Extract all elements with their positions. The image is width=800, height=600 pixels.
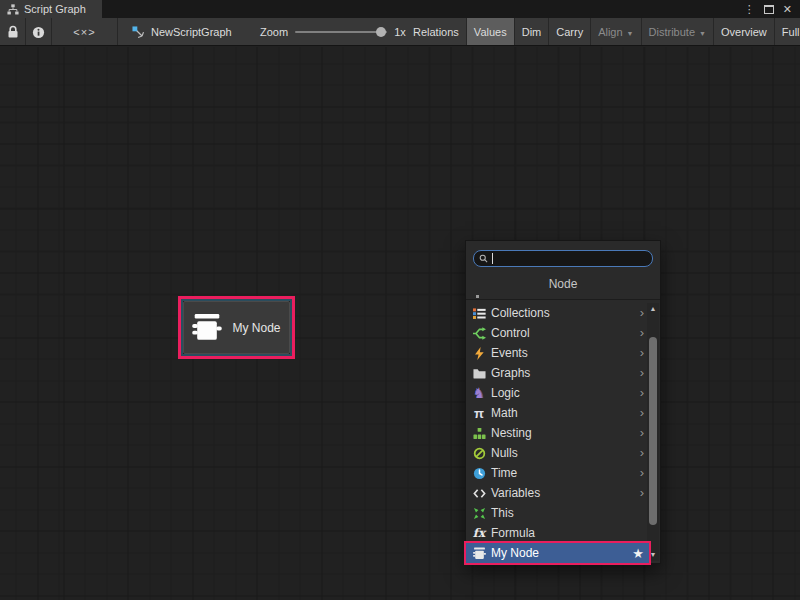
toolbar-button-values[interactable]: Values ▼: [467, 18, 515, 46]
toolbar-button-dim[interactable]: Dim ▼: [515, 18, 550, 46]
toolbar-button-label: Values: [474, 26, 507, 38]
item-icon: [472, 366, 486, 380]
item-label: Nulls: [491, 446, 635, 460]
finder-header: Node: [466, 270, 660, 299]
zoom-control: Zoom 1x: [260, 18, 406, 46]
chevron-right-icon: ›: [640, 486, 644, 501]
toolbar-button-relations[interactable]: Relations ▼: [406, 18, 467, 46]
finder-item-formula[interactable]: fx Formula › ★: [466, 523, 649, 543]
chevron-right-icon: ›: [640, 466, 644, 481]
item-label: Nesting: [491, 426, 635, 440]
toolbar-button-distribute[interactable]: Distribute ▼: [642, 18, 714, 46]
item-icon: fx: [472, 526, 486, 540]
item-icon: [472, 546, 486, 560]
dropdown-arrow-icon: ▼: [699, 28, 706, 37]
text-caret: [492, 253, 493, 264]
finder-item-nesting[interactable]: Nesting › ★: [466, 423, 649, 443]
toolbar-button-label: Carry: [556, 26, 583, 38]
toolbar-button-align[interactable]: Align ▼: [591, 18, 641, 46]
finder-item-math[interactable]: π Math › ★: [466, 403, 649, 423]
item-icon: [472, 346, 486, 360]
finder-separator: [466, 299, 660, 300]
chevron-right-icon: ›: [640, 446, 644, 461]
finder-item-variables[interactable]: Variables › ★: [466, 483, 649, 503]
code-icon: <×>: [73, 26, 95, 38]
finder-item-nulls[interactable]: Nulls › ★: [466, 443, 649, 463]
lock-icon: [7, 25, 19, 39]
toolbar-button-overview[interactable]: Overview ▼: [714, 18, 775, 46]
zoom-slider[interactable]: [295, 31, 387, 33]
chevron-right-icon: ›: [640, 426, 644, 441]
toolbar-button-full-screen[interactable]: Full Screen ▼: [775, 18, 800, 46]
zoom-label: Zoom: [260, 26, 288, 38]
toolbar-left-group: <×>: [0, 18, 118, 46]
window-controls: ⋮ ✕: [744, 0, 800, 18]
finder-item-logic[interactable]: ♞ Logic › ★: [466, 383, 649, 403]
item-icon: [472, 486, 486, 500]
node-title: My Node: [232, 321, 280, 335]
scrollbar-thumb[interactable]: [649, 337, 657, 525]
my-node-unit[interactable]: My Node: [183, 301, 290, 354]
graph-toolbar: <×> NewScriptGraph Zoom 1x Relations ▼ V…: [0, 18, 800, 46]
node-highlight-annotation: My Node: [178, 296, 295, 359]
chevron-right-icon: ›: [640, 406, 644, 421]
finder-item-collections[interactable]: Collections › ★: [466, 303, 649, 323]
scroll-up-icon[interactable]: ▲: [647, 304, 659, 314]
finder-item-my-node[interactable]: My Node › ★: [466, 543, 649, 563]
finder-item-events[interactable]: Events › ★: [466, 343, 649, 363]
item-icon: [472, 446, 486, 460]
chevron-right-icon: ›: [640, 306, 644, 321]
script-graph-asset-icon: [132, 26, 145, 39]
finder-item-control[interactable]: Control › ★: [466, 323, 649, 343]
search-row: [466, 241, 660, 270]
chevron-right-icon: ›: [640, 346, 644, 361]
maximize-icon[interactable]: [764, 5, 774, 14]
node-selection-outline: My Node: [181, 299, 292, 356]
toolbar-buttons: Relations ▼ Values ▼ Dim ▼ Carry ▼ Align…: [406, 18, 800, 46]
lock-button[interactable]: [0, 18, 26, 46]
tab-script-graph[interactable]: Script Graph: [0, 0, 102, 18]
edit-source-button[interactable]: <×>: [52, 18, 118, 46]
star-icon[interactable]: ★: [632, 547, 644, 560]
zoom-slider-handle[interactable]: [376, 27, 386, 37]
item-label: Control: [491, 326, 635, 340]
item-label: Collections: [491, 306, 635, 320]
finder-list: Collections › ★ Control › ★ Events › ★ G…: [466, 303, 649, 561]
item-label: My Node: [491, 546, 627, 560]
finder-scrollbar[interactable]: ▲ ▼: [647, 303, 659, 561]
graph-canvas[interactable]: My Node Node Collections › ★ Control ›: [0, 47, 800, 600]
dropdown-arrow-icon: ▼: [627, 28, 634, 37]
close-icon[interactable]: ✕: [783, 4, 792, 15]
item-label: This: [491, 506, 644, 520]
search-input[interactable]: [473, 250, 653, 267]
graph-reference[interactable]: NewScriptGraph: [132, 18, 232, 46]
chevron-right-icon: ›: [640, 386, 644, 401]
item-icon: [472, 326, 486, 340]
toolbar-button-label: Dim: [522, 26, 542, 38]
toolbar-button-label: Overview: [721, 26, 767, 38]
item-label: Time: [491, 466, 635, 480]
tab-bar: Script Graph ⋮ ✕: [0, 0, 800, 18]
item-icon: ♞: [472, 386, 486, 400]
graph-name: NewScriptGraph: [151, 26, 232, 38]
item-label: Logic: [491, 386, 635, 400]
toolbar-button-label: Full Screen: [782, 26, 800, 38]
menu-dots-icon[interactable]: ⋮: [744, 4, 755, 15]
item-icon: π: [472, 406, 486, 420]
finder-item-this[interactable]: This › ★: [466, 503, 649, 523]
machine-icon: [192, 314, 222, 341]
fuzzy-finder-popup: Node Collections › ★ Control › ★ Events …: [465, 240, 661, 564]
finder-item-graphs[interactable]: Graphs › ★: [466, 363, 649, 383]
toolbar-button-carry[interactable]: Carry ▼: [549, 18, 591, 46]
inspect-button[interactable]: [26, 18, 52, 46]
finder-item-time[interactable]: Time › ★: [466, 463, 649, 483]
zoom-value: 1x: [394, 26, 406, 38]
toolbar-button-label: Distribute: [649, 26, 695, 38]
item-icon: [472, 506, 486, 520]
info-icon: [32, 26, 45, 39]
chevron-right-icon: ›: [640, 366, 644, 381]
toolbar-button-label: Relations: [413, 26, 459, 38]
toolbar-button-label: Align: [598, 26, 622, 38]
script-graph-window: Script Graph ⋮ ✕ <×> NewScriptGraph Zoom: [0, 0, 800, 600]
item-label: Graphs: [491, 366, 635, 380]
